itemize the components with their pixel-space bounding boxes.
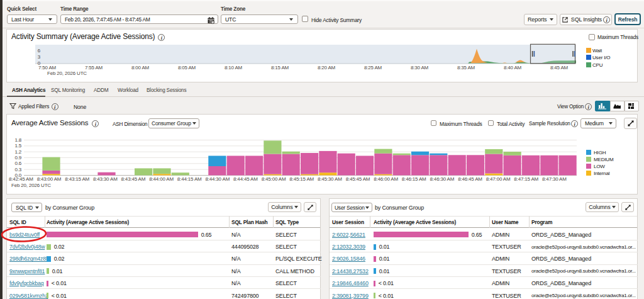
svg-text:8:44:45 AM: 8:44:45 AM <box>233 176 258 182</box>
svg-text:8:43:00 AM: 8:43:00 AM <box>37 176 62 182</box>
svg-text:8:46:45 AM: 8:46:45 AM <box>458 176 482 182</box>
svg-text:8:44:15 AM: 8:44:15 AM <box>177 176 202 182</box>
svg-text:0.6: 0.6 <box>14 161 21 166</box>
svg-text:8:44:00 AM: 8:44:00 AM <box>149 176 174 182</box>
svg-text:8:46:30 AM: 8:46:30 AM <box>430 176 455 182</box>
svg-text:1.5: 1.5 <box>14 143 21 149</box>
svg-text:Feb 20, 2026 UTC: Feb 20, 2026 UTC <box>11 183 51 188</box>
svg-text:8:46:15 AM: 8:46:15 AM <box>402 176 426 182</box>
svg-text:8:45:30 AM: 8:45:30 AM <box>318 176 342 182</box>
svg-text:8:45:15 AM: 8:45:15 AM <box>289 176 314 182</box>
svg-text:0.9: 0.9 <box>14 155 21 161</box>
svg-text:8:47:15 AM: 8:47:15 AM <box>514 176 538 182</box>
svg-text:1.2: 1.2 <box>14 149 21 155</box>
svg-text:8:46:00 AM: 8:46:00 AM <box>374 176 398 182</box>
svg-text:8:43:15 AM: 8:43:15 AM <box>65 176 89 182</box>
svg-text:8:45:45 AM: 8:45:45 AM <box>346 176 370 182</box>
svg-text:8:43:45 AM: 8:43:45 AM <box>121 176 146 182</box>
svg-text:8:44:30 AM: 8:44:30 AM <box>205 176 230 182</box>
svg-text:8:45:00 AM: 8:45:00 AM <box>262 176 286 182</box>
svg-text:0.3: 0.3 <box>14 167 21 172</box>
svg-text:8:47:00 AM: 8:47:00 AM <box>486 176 511 182</box>
svg-text:1.8: 1.8 <box>14 137 21 143</box>
svg-text:8:42:45 AM: 8:42:45 AM <box>9 176 33 182</box>
svg-text:8:43:30 AM: 8:43:30 AM <box>93 176 118 182</box>
svg-text:8:47:30 AM: 8:47:30 AM <box>542 176 567 182</box>
